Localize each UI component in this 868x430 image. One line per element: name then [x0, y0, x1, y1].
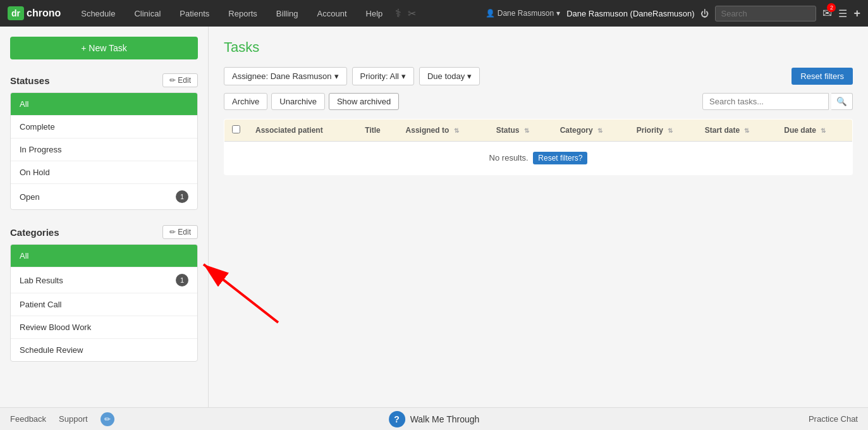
- chevron-down-icon: ▾: [556, 9, 560, 18]
- nav-patients[interactable]: Patients: [171, 4, 218, 23]
- search-input[interactable]: [715, 6, 816, 22]
- user-name-left: Dane Rasmuson: [498, 9, 554, 18]
- search-tasks-input[interactable]: [702, 93, 829, 110]
- status-list: All Complete In Progress On Hold Open 1: [10, 92, 198, 210]
- search-tasks-area: 🔍: [702, 93, 853, 110]
- th-associated-patient-label: Associated patient: [255, 126, 323, 135]
- priority-filter[interactable]: Priority: All ▾: [352, 67, 414, 85]
- sort-start-date-icon: ⇅: [744, 127, 749, 134]
- category-list: All Lab Results 1 Patient Call Review Bl…: [10, 244, 198, 362]
- status-on-hold[interactable]: On Hold: [11, 161, 197, 184]
- nav-clinical[interactable]: Clinical: [125, 4, 169, 23]
- logo[interactable]: dr chrono: [8, 6, 61, 20]
- nav-schedule[interactable]: Schedule: [72, 4, 124, 23]
- plus-button[interactable]: +: [853, 7, 860, 20]
- status-complete-label: Complete: [20, 122, 55, 132]
- category-lab-results-badge: 1: [176, 274, 188, 286]
- pencil-icon[interactable]: ✏: [101, 412, 114, 426]
- unarchive-button[interactable]: Unarchive: [271, 93, 325, 110]
- user-avatar-icon: 👤: [486, 9, 495, 18]
- hamburger-icon[interactable]: ☰: [838, 8, 847, 20]
- tasks-table: Associated patient Title Assigned to ⇅ S…: [224, 119, 853, 175]
- footer: Feedback Support ✏ ? Walk Me Through Pra…: [0, 407, 868, 430]
- due-chevron-icon: ▾: [467, 71, 472, 81]
- categories-header: Categories ✏ Edit: [10, 225, 198, 239]
- th-due-date-label: Due date: [784, 126, 816, 135]
- question-icon: ?: [389, 411, 405, 427]
- show-archived-button[interactable]: Show archived: [329, 93, 399, 110]
- status-all-label: All: [20, 99, 28, 109]
- category-all-label: All: [20, 251, 28, 261]
- categories-edit-button[interactable]: ✏ Edit: [162, 225, 198, 239]
- th-status-label: Status: [496, 126, 520, 135]
- reset-filters-button[interactable]: Reset filters: [792, 68, 853, 85]
- no-results-text: No results.: [489, 153, 529, 163]
- walk-me-through[interactable]: ? Walk Me Through: [389, 411, 480, 427]
- main-content: Tasks Assignee: Dane Rasmuson ▾ Priority…: [209, 27, 868, 407]
- search-tasks-button[interactable]: 🔍: [831, 93, 853, 110]
- assignee-filter[interactable]: Assignee: Dane Rasmuson ▾: [224, 67, 347, 85]
- reset-filters-link-button[interactable]: Reset filters?: [533, 152, 587, 164]
- th-due-date[interactable]: Due date ⇅: [776, 120, 852, 142]
- status-open[interactable]: Open 1: [11, 184, 197, 209]
- category-patient-call-label: Patient Call: [20, 300, 61, 309]
- category-all[interactable]: All: [11, 245, 197, 267]
- walk-me-through-label: Walk Me Through: [410, 414, 480, 424]
- statuses-edit-button[interactable]: ✏ Edit: [162, 73, 198, 87]
- sidebar: + New Task Statuses ✏ Edit All Complete …: [0, 27, 209, 407]
- no-results-row: No results. Reset filters?: [224, 142, 853, 175]
- status-in-progress[interactable]: In Progress: [11, 138, 197, 161]
- sort-due-date-icon: ⇅: [821, 127, 826, 134]
- logo-dr: dr: [8, 6, 24, 20]
- sort-assigned-icon: ⇅: [454, 127, 459, 134]
- categories-title: Categories: [10, 227, 59, 238]
- due-filter[interactable]: Due today ▾: [419, 67, 480, 85]
- priority-chevron-icon: ▾: [401, 71, 406, 81]
- nav-right: 👤 Dane Rasmuson ▾ Dane Rasmuson (DaneRas…: [486, 6, 860, 22]
- assignee-chevron-icon: ▾: [334, 71, 339, 81]
- status-all[interactable]: All: [11, 93, 197, 116]
- assignee-filter-label: Assignee: Dane Rasmuson: [232, 71, 332, 81]
- new-task-button[interactable]: + New Task: [10, 37, 198, 59]
- power-icon[interactable]: ⏻: [700, 9, 709, 18]
- top-navigation: dr chrono Schedule Clinical Patients Rep…: [0, 0, 868, 27]
- nav-billing[interactable]: Billing: [267, 4, 307, 23]
- category-schedule-review-label: Schedule Review: [20, 345, 83, 355]
- support-link[interactable]: Support: [59, 414, 88, 424]
- page-title: Tasks: [224, 39, 853, 56]
- th-associated-patient: Associated patient: [248, 120, 357, 142]
- select-all-checkbox[interactable]: [232, 125, 240, 133]
- th-assigned-to[interactable]: Assigned to ⇅: [398, 120, 489, 142]
- th-status[interactable]: Status ⇅: [489, 120, 553, 142]
- sort-priority-icon: ⇅: [668, 127, 673, 134]
- user-name-right: Dane Rasmuson (DaneRasmuson): [566, 9, 694, 18]
- practice-chat-link[interactable]: Practice Chat: [809, 414, 858, 424]
- sort-category-icon: ⇅: [597, 127, 602, 134]
- main-layout: + New Task Statuses ✏ Edit All Complete …: [0, 27, 868, 407]
- statuses-header: Statuses ✏ Edit: [10, 73, 198, 87]
- th-assigned-to-label: Assigned to: [406, 126, 449, 135]
- th-category[interactable]: Category ⇅: [553, 120, 629, 142]
- th-checkbox: [224, 120, 248, 142]
- th-start-date[interactable]: Start date ⇅: [697, 120, 777, 142]
- th-priority[interactable]: Priority ⇅: [629, 120, 697, 142]
- action-bar: Archive Unarchive Show archived 🔍: [224, 93, 853, 110]
- th-category-label: Category: [560, 126, 593, 135]
- nav-reports[interactable]: Reports: [219, 4, 266, 23]
- mail-icon[interactable]: ✉ 2: [822, 6, 832, 20]
- category-review-blood-work[interactable]: Review Blood Work: [11, 316, 197, 339]
- due-filter-label: Due today: [427, 71, 465, 81]
- user-dropdown-left[interactable]: 👤 Dane Rasmuson ▾: [486, 9, 560, 18]
- category-patient-call[interactable]: Patient Call: [11, 293, 197, 316]
- caduceus-icon: ⚕: [395, 6, 401, 20]
- th-priority-label: Priority: [637, 126, 663, 135]
- status-complete[interactable]: Complete: [11, 116, 197, 138]
- archive-button[interactable]: Archive: [224, 93, 267, 110]
- statuses-title: Statuses: [10, 75, 50, 86]
- nav-account[interactable]: Account: [309, 4, 356, 23]
- category-lab-results[interactable]: Lab Results 1: [11, 267, 197, 293]
- category-schedule-review[interactable]: Schedule Review: [11, 339, 197, 361]
- nav-help[interactable]: Help: [357, 4, 392, 23]
- th-title: Title: [357, 120, 398, 142]
- feedback-link[interactable]: Feedback: [10, 414, 46, 424]
